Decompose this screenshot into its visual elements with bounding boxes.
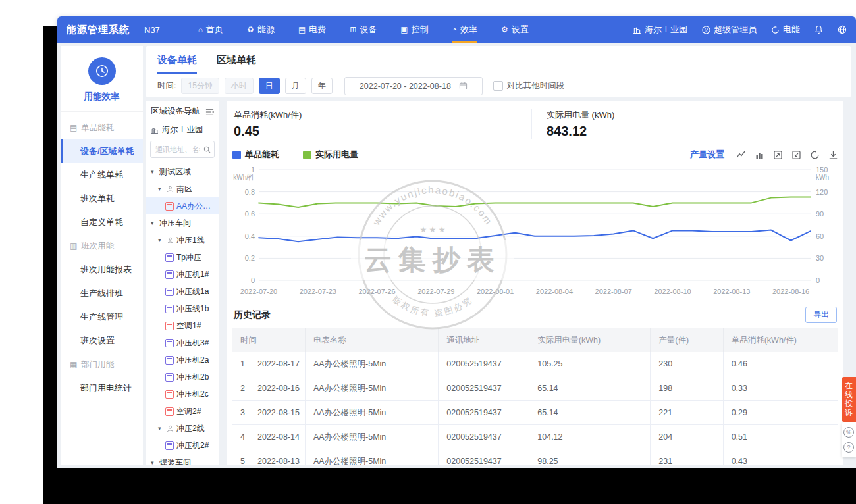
- stat-unit-consumption: 单品消耗(kWh/件) 0.45: [232, 109, 531, 139]
- tree-node[interactable]: 空调2#: [146, 403, 219, 420]
- energy-mode-switch[interactable]: 电能: [771, 24, 800, 36]
- tree-node[interactable]: ▾冲压2线: [146, 420, 219, 437]
- menu-section-header[interactable]: ▤单品能耗: [61, 116, 143, 139]
- stat-label: 单品消耗(kWh/件): [234, 109, 531, 121]
- svg-text:0.2: 0.2: [245, 254, 255, 262]
- caret-down-icon[interactable]: ▾: [151, 168, 157, 175]
- sidebar-item[interactable]: 班次用能报表: [61, 258, 143, 282]
- restore-icon[interactable]: [791, 150, 801, 160]
- tabs-row: 设备单耗区域单耗: [146, 46, 851, 74]
- export-button[interactable]: 导出: [805, 307, 837, 323]
- nav-item-control[interactable]: ▣控制: [400, 16, 428, 43]
- tree-node[interactable]: AA办公楼照明...: [146, 197, 219, 214]
- module-title: 用能效率: [61, 91, 143, 103]
- menu-section-header[interactable]: ▥班次用能: [61, 234, 143, 258]
- nav-item-bill[interactable]: ▤电费: [298, 16, 326, 43]
- caret-down-icon[interactable]: ▾: [158, 425, 164, 432]
- legend-item[interactable]: 实际用电量: [303, 149, 358, 161]
- nav-item-settings[interactable]: ⚙设置: [501, 16, 529, 43]
- svg-text:90: 90: [816, 210, 824, 218]
- nav-item-home[interactable]: ⌂首页: [198, 16, 223, 43]
- granularity-button[interactable]: 日: [259, 78, 280, 94]
- legend-item[interactable]: 单品能耗: [232, 149, 279, 161]
- checkbox-box[interactable]: [493, 81, 503, 91]
- history-title: 历史记录: [234, 309, 271, 321]
- sidebar-item[interactable]: 班次单耗: [61, 187, 143, 211]
- granularity-button[interactable]: 月: [285, 78, 306, 94]
- sidebar-item[interactable]: 设备/区域单耗: [61, 139, 143, 163]
- tab-active[interactable]: 设备单耗: [157, 54, 197, 74]
- table-column-header: 时间: [232, 328, 305, 352]
- tree-node[interactable]: Tp冲压: [146, 249, 219, 266]
- output-settings-link[interactable]: 产量设置: [690, 149, 724, 161]
- svg-text:2022-07-26: 2022-07-26: [358, 288, 395, 295]
- sidebar-item[interactable]: 自定义单耗: [61, 211, 143, 234]
- date-range-input[interactable]: 2022-07-20 - 2022-08-18: [344, 77, 483, 95]
- park-building-icon: [151, 126, 159, 134]
- tree-node[interactable]: 冲压机1#: [146, 266, 219, 283]
- tree-node[interactable]: 空调1#: [146, 317, 219, 334]
- sidebar: 用能效率 ▤单品能耗设备/区域单耗生产线单耗班次单耗自定义单耗▥班次用能班次用能…: [61, 46, 143, 465]
- tree-node[interactable]: ▾冲压车间: [146, 214, 219, 232]
- tree-node[interactable]: ▾南区: [146, 180, 219, 197]
- tree-root-label: 海尔工业园: [162, 124, 203, 136]
- granularity-button[interactable]: 年: [311, 78, 333, 94]
- tree-search-input[interactable]: [154, 145, 201, 154]
- nav-item-efficiency[interactable]: ◔效率: [452, 16, 477, 43]
- sidebar-item[interactable]: 生产线排班: [61, 282, 143, 305]
- tree-node[interactable]: 冲压线1a: [146, 283, 219, 300]
- table-row: 52022-08-13AA办公楼照明-5Min02005251943798.25…: [232, 449, 838, 466]
- tree-node[interactable]: 冲压机2c: [146, 386, 219, 403]
- download-icon[interactable]: [828, 150, 838, 160]
- backdrop-bottom: [43, 468, 856, 504]
- caret-down-icon[interactable]: ▾: [151, 220, 157, 226]
- nav-item-energy[interactable]: ♻能源: [247, 16, 275, 43]
- zoom-icon[interactable]: [773, 150, 783, 160]
- globe-icon[interactable]: [838, 25, 847, 34]
- table-column-header: 产量(件): [651, 328, 723, 352]
- sidebar-item[interactable]: 生产线单耗: [61, 163, 143, 187]
- compare-checkbox[interactable]: 对比其他时间段: [493, 80, 565, 91]
- online-complaint-tab[interactable]: 在线投诉: [842, 377, 856, 422]
- tree-node[interactable]: 冲压机2a: [146, 351, 219, 368]
- sidebar-item[interactable]: 班次设置: [61, 329, 143, 353]
- chart-canvas[interactable]: 00.20.40.60.810306090120150kWh/件kWh2022-…: [232, 163, 838, 300]
- table-row: 32022-08-15AA办公楼照明-5Min02005251943765.14…: [232, 401, 838, 425]
- sidebar-item[interactable]: 部门用电统计: [61, 376, 143, 400]
- bar-chart-icon[interactable]: [755, 150, 764, 160]
- app-version: N37: [144, 25, 160, 35]
- tree-node[interactable]: 冲压机3#: [146, 334, 219, 351]
- tree-node[interactable]: ▾焊装车间: [146, 454, 219, 465]
- tree-node[interactable]: ▾冲压1线: [146, 232, 219, 249]
- refresh-icon[interactable]: [810, 150, 820, 160]
- search-icon[interactable]: [203, 146, 211, 153]
- history-section: 历史记录 导出 时间电表名称通讯地址实际用电量(kWh)产量(件)单品消耗(kW…: [232, 300, 838, 465]
- table-row: 42022-08-14AA办公楼照明-5Min020052519437104.1…: [232, 425, 838, 449]
- caret-down-icon[interactable]: ▾: [151, 459, 157, 465]
- bell-icon[interactable]: [815, 25, 823, 34]
- nav-item-device[interactable]: ⊞设备: [350, 16, 377, 43]
- caret-down-icon[interactable]: ▾: [158, 237, 164, 243]
- tree-root[interactable]: 海尔工业园: [146, 117, 219, 141]
- line-chart-icon[interactable]: [736, 150, 746, 160]
- stat-value: 843.12: [547, 124, 614, 139]
- sidebar-menu: ▤单品能耗设备/区域单耗生产线单耗班次单耗自定义单耗▥班次用能班次用能报表生产线…: [61, 112, 143, 400]
- collapse-panel-icon[interactable]: [205, 108, 214, 116]
- chart-legend: 单品能耗实际用电量: [232, 149, 358, 161]
- person-icon: [167, 186, 174, 193]
- tree-node[interactable]: ▾测试区域: [146, 163, 219, 180]
- stats-row: 单品消耗(kWh/件) 0.45 实际用电量 (kWh) 843.12: [232, 101, 838, 141]
- top-navbar: 能源管理系统 N37 ⌂首页♻能源▤电费⊞设备▣控制◔效率⚙设置 海尔工业园 超…: [57, 16, 856, 43]
- tab-inactive[interactable]: 区域单耗: [217, 54, 256, 74]
- tree-node[interactable]: 冲压机2b: [146, 368, 219, 386]
- help-icon[interactable]: ?: [843, 442, 854, 453]
- sidebar-item[interactable]: 生产线管理: [61, 305, 143, 329]
- tree-node[interactable]: 冲压线1b: [146, 300, 219, 317]
- time-filter-label: 时间:: [157, 80, 176, 91]
- tree-node[interactable]: 冲压机2#: [146, 437, 219, 454]
- service-icon[interactable]: %: [843, 427, 854, 438]
- caret-down-icon[interactable]: ▾: [158, 186, 164, 192]
- park-selector[interactable]: 海尔工业园: [633, 24, 687, 36]
- user-menu[interactable]: 超级管理员: [702, 24, 757, 36]
- menu-section-header[interactable]: ▦部门用能: [61, 353, 143, 376]
